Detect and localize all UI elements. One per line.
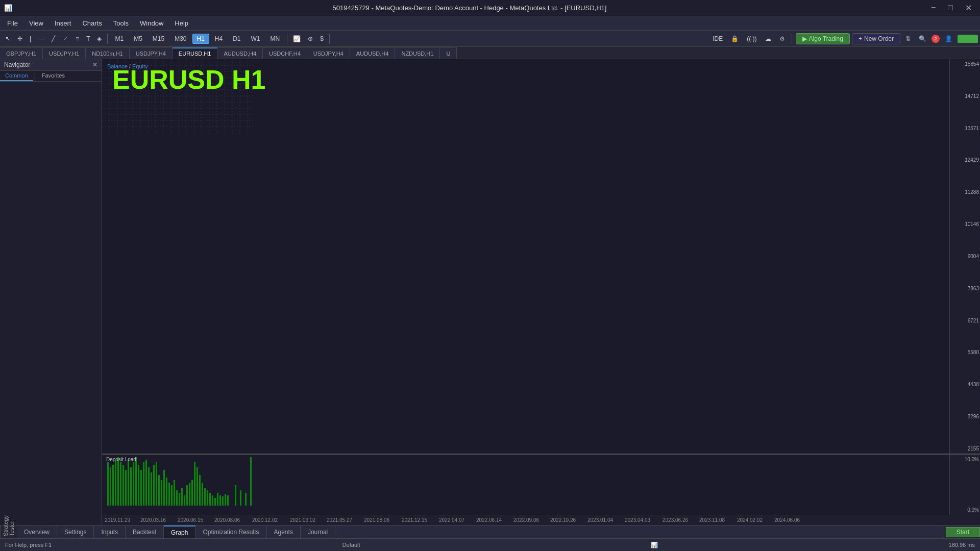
chart-tab-more[interactable]: U bbox=[440, 47, 457, 59]
timeframe-m15[interactable]: M15 bbox=[148, 34, 169, 44]
timeframe-m1[interactable]: M1 bbox=[110, 34, 128, 44]
bottom-tab-overview[interactable]: Overview bbox=[17, 525, 57, 538]
bottom-tab-optimization[interactable]: Optimization Results bbox=[195, 525, 266, 538]
deposit-load-label: Deposit Load bbox=[106, 457, 136, 462]
toolbar-profile-btn[interactable]: 👤 bbox=[942, 34, 955, 44]
navigator-tabs: Common | Favorites bbox=[0, 71, 102, 82]
menu-view[interactable]: View bbox=[24, 18, 48, 29]
toolbar-separator-1 bbox=[107, 34, 108, 44]
svg-rect-38 bbox=[122, 465, 124, 506]
chart-tab-usdchf[interactable]: USDCHF,H4 bbox=[263, 47, 307, 59]
bottom-tab-settings[interactable]: Settings bbox=[57, 525, 94, 538]
timeframe-w1[interactable]: W1 bbox=[247, 34, 265, 44]
start-button[interactable]: Start bbox=[946, 527, 980, 537]
timeframe-d1[interactable]: D1 bbox=[228, 34, 245, 44]
date-label-7: 2021.05.27 bbox=[327, 517, 352, 523]
equity-link[interactable]: Equity bbox=[132, 63, 148, 69]
chart-tab-nzdusd[interactable]: NZDUSD,H1 bbox=[395, 47, 440, 59]
toolbar-text-btn[interactable]: T bbox=[83, 34, 93, 44]
bottom-tab-inputs[interactable]: Inputs bbox=[94, 525, 126, 538]
svg-rect-39 bbox=[125, 470, 127, 506]
navigator-close-icon[interactable]: ✕ bbox=[92, 61, 97, 68]
price-label-6: 9004 bbox=[951, 254, 979, 259]
timeframe-m5[interactable]: M5 bbox=[129, 34, 147, 44]
toolbar-signal-btn[interactable]: ((·)) bbox=[744, 34, 760, 44]
chart-tab-usdjpy1[interactable]: USDJPY,H1 bbox=[43, 47, 86, 59]
svg-rect-56 bbox=[168, 483, 170, 506]
svg-rect-45 bbox=[140, 470, 142, 506]
chart-tab-eurusd[interactable]: EURUSD,H1 bbox=[173, 47, 218, 59]
bottom-tab-journal[interactable]: Journal bbox=[301, 525, 335, 538]
date-label-11: 2022.06.14 bbox=[476, 517, 502, 523]
volume-svg: // Generate volume bars inline bbox=[102, 455, 255, 515]
timeframe-mn[interactable]: MN bbox=[266, 34, 285, 44]
menu-tools[interactable]: Tools bbox=[108, 18, 134, 29]
toolbar-cursor-btn[interactable]: ↖ bbox=[2, 34, 13, 44]
date-label-13: 2022.10.26 bbox=[550, 517, 576, 523]
menu-file[interactable]: File bbox=[2, 18, 23, 29]
chart-tab-usdjpy4b[interactable]: USDJPY,H4 bbox=[307, 47, 350, 59]
price-label-4: 11288 bbox=[951, 189, 979, 195]
new-order-label: New Order bbox=[864, 35, 894, 42]
svg-rect-41 bbox=[130, 467, 132, 506]
timeframe-h1[interactable]: H1 bbox=[192, 34, 209, 44]
menu-charts[interactable]: Charts bbox=[77, 18, 107, 29]
chart-tab-gbpjpy[interactable]: GBPJPY,H1 bbox=[0, 47, 43, 59]
toolbar-hline-btn[interactable]: — bbox=[35, 34, 47, 44]
toolbar-search-btn[interactable]: 🔍 bbox=[916, 34, 929, 44]
date-label-3: 2020.06.15 bbox=[178, 517, 203, 523]
minimize-button[interactable]: − bbox=[927, 2, 940, 14]
svg-rect-73 bbox=[212, 495, 213, 506]
navigator-tab-common[interactable]: Common bbox=[0, 71, 33, 81]
svg-rect-47 bbox=[145, 460, 147, 506]
chart-tabs: GBPJPY,H1 USDJPY,H1 ND100m,H1 USDJPY,H4 … bbox=[0, 47, 980, 59]
date-label-12: 2022.09.06 bbox=[513, 517, 539, 523]
toolbar-adjust-btn[interactable]: ⇅ bbox=[902, 34, 914, 44]
price-label-8: 6721 bbox=[951, 318, 979, 323]
toolbar-chart-type-btn[interactable]: 📈 bbox=[290, 34, 304, 44]
bottom-tab-backtest[interactable]: Backtest bbox=[126, 525, 164, 538]
menu-window[interactable]: Window bbox=[135, 18, 168, 29]
chart-tab-nd100m[interactable]: ND100m,H1 bbox=[86, 47, 130, 59]
menu-insert[interactable]: Insert bbox=[50, 18, 77, 29]
bottom-tab-agents[interactable]: Agents bbox=[267, 525, 301, 538]
toolbar-lock-btn[interactable]: 🔒 bbox=[728, 34, 742, 44]
svg-rect-72 bbox=[209, 493, 211, 506]
algo-trading-label: Algo Trading bbox=[809, 35, 843, 42]
new-order-button[interactable]: + New Order bbox=[852, 33, 900, 44]
price-label-5: 10146 bbox=[951, 221, 979, 227]
bottom-tab-graph[interactable]: Graph bbox=[164, 525, 195, 538]
menu-help[interactable]: Help bbox=[169, 18, 193, 29]
svg-rect-79 bbox=[227, 495, 229, 506]
algo-trading-button[interactable]: ▶ Algo Trading bbox=[796, 33, 850, 44]
svg-rect-76 bbox=[219, 495, 221, 506]
toolbar-indicators-btn[interactable]: ⊕ bbox=[305, 34, 316, 44]
balance-link[interactable]: Balance bbox=[107, 63, 128, 69]
toolbar-dollar-btn[interactable]: $ bbox=[317, 34, 327, 44]
toolbar-cloud-btn[interactable]: ☁ bbox=[762, 34, 774, 44]
toolbar-line-btn[interactable]: | bbox=[27, 34, 34, 44]
toolbar-fib-btn[interactable]: ≡ bbox=[72, 34, 82, 44]
main-chart-svg bbox=[102, 59, 255, 136]
svg-rect-57 bbox=[171, 485, 173, 506]
chart-tab-usdjpy4[interactable]: USDJPY,H4 bbox=[130, 47, 173, 59]
toolbar-channel-btn[interactable]: ⟋ bbox=[59, 34, 71, 44]
toolbar-crosshair-btn[interactable]: ✛ bbox=[14, 34, 26, 44]
toolbar-trendline-btn[interactable]: ╱ bbox=[48, 34, 58, 44]
notification-badge[interactable]: 2 bbox=[932, 35, 940, 43]
close-button[interactable]: ✕ bbox=[961, 2, 976, 14]
navigator-tab-favorites[interactable]: Favorites bbox=[37, 71, 70, 81]
svg-rect-68 bbox=[199, 475, 201, 506]
strategy-tester-label[interactable]: Strategy Tester bbox=[0, 525, 17, 538]
toolbar-ide-btn[interactable]: IDE bbox=[709, 34, 726, 44]
timeframe-m30[interactable]: M30 bbox=[170, 34, 191, 44]
maximize-button[interactable]: □ bbox=[944, 2, 957, 14]
price-label-0: 15854 bbox=[951, 61, 979, 67]
price-chart[interactable]: Balance / Equity EURUSD H1 bbox=[102, 59, 980, 454]
chart-tab-audusd4[interactable]: AUDUSD,H4 bbox=[217, 47, 263, 59]
timeframe-h4[interactable]: H4 bbox=[210, 34, 227, 44]
toolbar-shapes-btn[interactable]: ◈ bbox=[94, 34, 105, 44]
chart-tab-audusd4b[interactable]: AUDUSD,H4 bbox=[350, 47, 396, 59]
play-icon: ▶ bbox=[802, 35, 807, 42]
toolbar-vps-btn[interactable]: ⚙ bbox=[776, 34, 788, 44]
